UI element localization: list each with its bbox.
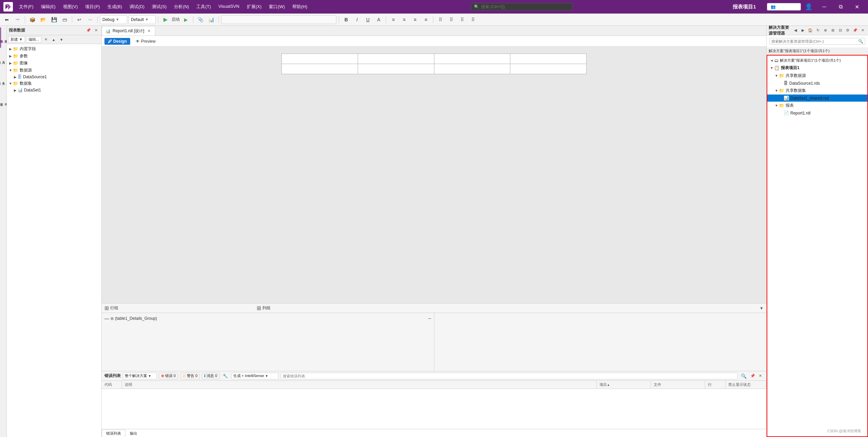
output-tab[interactable]: 输出: [125, 430, 142, 437]
save-button[interactable]: 💾: [49, 15, 59, 24]
error-count-badge[interactable]: ⊗ 错误 0: [159, 373, 178, 379]
attach-button[interactable]: 📎: [196, 15, 205, 24]
menu-edit[interactable]: 编辑(E): [38, 2, 59, 11]
menu-help[interactable]: 帮助(H): [289, 2, 311, 11]
start-button[interactable]: ▶: [161, 15, 170, 24]
more-format-1[interactable]: ⠿: [436, 15, 445, 24]
delete-data-button[interactable]: ✕: [42, 36, 49, 43]
more-format-2[interactable]: ⠿: [447, 15, 456, 24]
col-code[interactable]: 代码: [102, 381, 122, 389]
solution-tree-shared-ds[interactable]: ▼ 📁 共享数据源: [767, 72, 867, 80]
menu-window[interactable]: 窗口(W): [265, 2, 288, 11]
design-mode-button[interactable]: 🖊 Design: [104, 38, 130, 45]
menu-extensions[interactable]: 扩展(X): [243, 2, 265, 11]
tree-builtin-fields[interactable]: ▶ 📁 内置字段: [7, 45, 101, 53]
align-left-button[interactable]: ≡: [389, 15, 398, 24]
tree-arrow-dataset1[interactable]: ▶: [13, 88, 18, 92]
back-button[interactable]: ⬅: [2, 15, 12, 24]
build-error-filter-button[interactable]: 🔧: [222, 372, 229, 380]
data-panel-close[interactable]: ✕: [93, 27, 99, 34]
format-text-input[interactable]: [221, 15, 336, 24]
tree-datasource[interactable]: ▼ 📁 数据源: [7, 67, 101, 74]
tree-datasource1[interactable]: ▶ 🗄 DataSource1: [7, 74, 101, 80]
menu-visualsvn[interactable]: VisualSVN: [215, 2, 243, 11]
solution-nav-back[interactable]: ◀: [792, 27, 799, 34]
menu-tools[interactable]: 工具(T): [193, 2, 214, 11]
left-icon-server[interactable]: 服务器: [0, 69, 6, 90]
solution-home[interactable]: 🏠: [807, 27, 814, 34]
menu-build[interactable]: 生成(B): [104, 2, 125, 11]
warning-count-badge[interactable]: ⚠ 警告 0: [180, 373, 200, 379]
close-button[interactable]: ✕: [849, 0, 865, 14]
open-button[interactable]: 📂: [38, 15, 48, 24]
menu-project[interactable]: 项目(P): [82, 2, 103, 11]
solution-more[interactable]: ⊕: [822, 27, 829, 34]
tree-images[interactable]: ▶ 📁 图像: [7, 60, 101, 67]
error-search-input[interactable]: [283, 374, 736, 378]
start-debug-button[interactable]: ▶: [181, 15, 191, 24]
tree-dataset1[interactable]: ▶ 📊 DataSet1: [7, 87, 101, 93]
tree-arrow-params[interactable]: ▶: [8, 54, 13, 58]
error-search-btn[interactable]: 🔍: [740, 372, 747, 380]
solution-search-input[interactable]: [771, 39, 858, 43]
platform-dropdown[interactable]: Default ▼: [129, 15, 156, 24]
col-file[interactable]: 文件: [651, 381, 705, 389]
preview-mode-button[interactable]: 👁 Preview: [132, 38, 159, 45]
more-format-3[interactable]: ⠿: [457, 15, 467, 24]
solution-tree-shared-dataset[interactable]: ▼ 📁 共享数据集: [767, 87, 867, 95]
tree-arrow-images[interactable]: ▶: [8, 61, 13, 65]
left-icon-bookmark[interactable]: 书签: [0, 90, 6, 111]
solution-tree-report1-rdl[interactable]: 📄 Report1.rdl: [767, 109, 867, 117]
solution-settings[interactable]: ⚙: [844, 27, 851, 34]
global-search-box[interactable]: 🔍: [471, 3, 573, 11]
info-count-badge[interactable]: ℹ 消息 0: [202, 373, 219, 379]
save-all-button[interactable]: 🗃: [60, 15, 70, 24]
left-icon-toolbox[interactable]: 工具箱: [0, 48, 6, 69]
underline-button[interactable]: U: [363, 15, 373, 24]
live-share-button[interactable]: 👥 Live Share: [767, 3, 801, 11]
col-desc[interactable]: 说明: [122, 381, 597, 389]
menu-analyze[interactable]: 分析(N): [171, 2, 192, 11]
col-suppress[interactable]: 禁止显示状态: [726, 381, 766, 389]
solution-view2[interactable]: ⊟: [837, 27, 844, 34]
left-icon-reports[interactable]: 报表数据: [0, 27, 6, 48]
solution-tree-root[interactable]: ◄ 🗂 解决方案"报表项目1"(1个项目/共1个): [767, 57, 867, 64]
tree-arrow-builtin[interactable]: ▶: [8, 47, 13, 51]
tree-dataset[interactable]: ▼ 📁 数据集: [7, 80, 101, 87]
debug-config-dropdown[interactable]: Debug ▼: [100, 15, 127, 24]
menu-debug[interactable]: 调试(D): [126, 2, 148, 11]
font-color-button[interactable]: A: [374, 15, 383, 24]
col-project[interactable]: 项目: [597, 381, 651, 389]
menu-test[interactable]: 测试(S): [149, 2, 170, 11]
more-format-4[interactable]: ⠿: [468, 15, 478, 24]
solution-sync[interactable]: ↻: [814, 27, 821, 34]
solution-tree-project[interactable]: ▼ 📋 报表项目1: [767, 64, 867, 72]
error-filter-dropdown[interactable]: 整个解决方案 ▼: [123, 373, 157, 379]
solution-tree-ds1-rds[interactable]: 🗄 DataSource1.rds: [767, 80, 867, 87]
error-panel-pin[interactable]: 📌: [749, 373, 756, 379]
solution-nav-forward[interactable]: ▶: [800, 27, 806, 34]
edit-data-button[interactable]: 编辑...: [26, 36, 41, 43]
forward-button[interactable]: ⮕: [13, 15, 22, 24]
data-panel-pin[interactable]: 📌: [85, 27, 92, 34]
menu-view[interactable]: 视图(V): [60, 2, 81, 11]
tree-params[interactable]: ▶ 📁 参数: [7, 53, 101, 60]
new-project-button[interactable]: 📦: [27, 15, 37, 24]
report1-tab[interactable]: 📊 Report1.rdl [设计] ✕: [102, 26, 155, 36]
perf-button[interactable]: 📊: [206, 15, 216, 24]
solution-close[interactable]: ✕: [859, 27, 866, 34]
menu-file[interactable]: 文件(F): [16, 2, 37, 11]
redo-button[interactable]: ↪: [85, 15, 95, 24]
detail-minus-btn[interactable]: ─: [428, 316, 431, 321]
align-right-button[interactable]: ≡: [410, 15, 420, 24]
error-list-tab[interactable]: 错误列表: [102, 430, 125, 437]
tree-arrow-ds1[interactable]: ▶: [13, 75, 18, 79]
group-minus-icon[interactable]: —: [104, 316, 109, 321]
global-search-input[interactable]: [481, 4, 556, 9]
error-source-dropdown[interactable]: 生成 + IntelliSense ▼: [231, 373, 279, 379]
minimize-button[interactable]: ─: [816, 0, 832, 14]
solution-pin[interactable]: 📌: [852, 27, 859, 34]
solution-search-box[interactable]: 🔍: [769, 38, 865, 45]
italic-button[interactable]: I: [352, 15, 362, 24]
align-center-button[interactable]: ≡: [399, 15, 409, 24]
